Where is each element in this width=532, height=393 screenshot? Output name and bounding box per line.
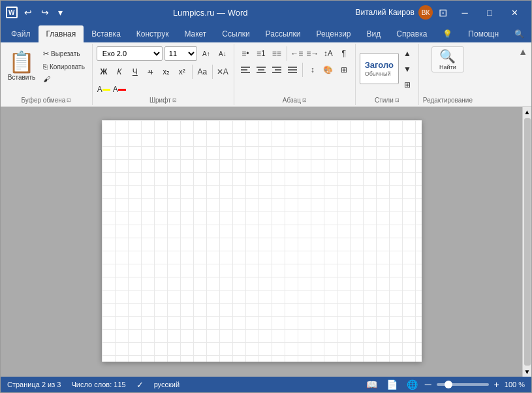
tab-insert[interactable]: Вставка: [84, 25, 129, 42]
numbered-list-button[interactable]: ≡1: [254, 46, 268, 61]
clipboard-expand-icon[interactable]: ⊡: [67, 97, 71, 103]
clipboard-group-label: Буфер обмена ⊡: [5, 97, 88, 105]
paste-icon: 📋: [8, 52, 35, 72]
vertical-scrollbar[interactable]: ▲ ▼: [522, 107, 531, 377]
user-info: Виталий Каиров ВК: [355, 5, 433, 20]
styles-scroll-down-button[interactable]: ▼: [400, 62, 415, 76]
size-down-button[interactable]: A↓: [215, 46, 230, 61]
align-right-button[interactable]: [270, 63, 284, 77]
font-name-select[interactable]: Exo 2.0: [97, 46, 163, 61]
font-color-row: А А: [97, 82, 127, 97]
ribbon-view-button[interactable]: ⊡: [435, 5, 450, 20]
clear-format-button[interactable]: ✕A: [215, 65, 230, 79]
styles-scroll-up-button[interactable]: ▲: [400, 46, 415, 61]
font-expand-icon[interactable]: ⊡: [172, 97, 177, 103]
tab-mailings[interactable]: Рассылки: [258, 25, 309, 42]
tab-search-icon[interactable]: 💡: [435, 25, 460, 42]
strikethrough-button[interactable]: ч̶: [144, 65, 158, 79]
title-bar: W ↩ ↪ ▾ Lumpics.ru — Word Виталий Каиров…: [1, 1, 531, 24]
zoom-out-button[interactable]: ─: [425, 379, 431, 390]
ribbon-collapse-button[interactable]: ▲: [518, 46, 527, 57]
paragraph-expand-icon[interactable]: ⊡: [302, 97, 307, 103]
shading-button[interactable]: 🎨: [321, 63, 336, 77]
minimize-button[interactable]: ─: [453, 3, 477, 22]
find-replace-button[interactable]: 🔍 Найти: [431, 46, 464, 72]
paragraph-group-label: Абзац ⊡: [238, 97, 351, 105]
line-spacing-button[interactable]: ↕: [305, 63, 320, 77]
font-color-button[interactable]: А: [112, 82, 127, 97]
zoom-slider[interactable]: [437, 383, 489, 386]
size-up-button[interactable]: A↑: [199, 46, 213, 61]
multilevel-list-button[interactable]: ≡≡: [270, 46, 284, 61]
styles-preview[interactable]: Заголо Обычный: [360, 53, 399, 84]
tab-find-icon[interactable]: 🔍: [507, 25, 532, 42]
border-button[interactable]: ⊞: [337, 63, 351, 77]
italic-button[interactable]: К: [112, 65, 127, 79]
tab-layout[interactable]: Макет: [176, 25, 214, 42]
styles-group-label: Стили ⊡: [360, 97, 415, 105]
justify-button[interactable]: [285, 63, 300, 77]
title-text: Lumpics.ru — Word: [173, 8, 248, 18]
maximize-button[interactable]: □: [478, 3, 501, 22]
app-window: W ↩ ↪ ▾ Lumpics.ru — Word Виталий Каиров…: [0, 0, 532, 393]
styles-expand-button[interactable]: ⊞: [400, 78, 415, 92]
font-group: Exo 2.0 11 A↑ A↓ Ж К Ч ч̶ х₂ х² Аа: [93, 44, 234, 105]
language-status: русский: [154, 381, 180, 388]
tab-file[interactable]: Файл: [3, 25, 39, 42]
read-mode-button[interactable]: 📖: [364, 379, 379, 390]
pilcrow-button[interactable]: ¶: [337, 46, 351, 61]
tab-helper[interactable]: Помощн: [460, 25, 507, 42]
highlight-color-button[interactable]: А: [97, 82, 111, 97]
title-bar-center: Lumpics.ru — Word: [173, 8, 248, 18]
print-layout-button[interactable]: 📄: [384, 379, 399, 390]
bullet-list-button[interactable]: ≡•: [238, 46, 253, 61]
tab-view[interactable]: Вид: [359, 25, 389, 42]
paste-button[interactable]: 📋 Вставить: [5, 46, 39, 86]
font-format-row: Ж К Ч ч̶ х₂ х² Аа ✕A: [97, 65, 230, 79]
spelling-icon: ✓: [136, 380, 144, 390]
indent-decrease-button[interactable]: ←≡: [290, 46, 304, 61]
align-center-button[interactable]: [254, 63, 268, 77]
scrollbar-thumb[interactable]: [524, 118, 531, 366]
bold-button[interactable]: Ж: [97, 65, 111, 79]
case-button[interactable]: Аа: [195, 65, 210, 79]
format-painter-button[interactable]: 🖌: [40, 73, 88, 85]
document-scroll[interactable]: [1, 107, 522, 377]
cut-icon: ✂: [43, 50, 49, 58]
styles-expand-icon[interactable]: ⊡: [395, 97, 399, 103]
underline-button[interactable]: Ч: [128, 65, 142, 79]
title-bar-left: W ↩ ↪ ▾: [6, 6, 65, 19]
align-left-button[interactable]: [238, 63, 253, 77]
window-controls: ─ □ ✕: [453, 3, 526, 22]
page-grid: [102, 120, 422, 362]
document-page[interactable]: [102, 120, 422, 362]
subscript-button[interactable]: х₂: [159, 65, 174, 79]
tab-home[interactable]: Главная: [39, 25, 84, 42]
tab-references[interactable]: Ссылки: [214, 25, 257, 42]
user-avatar: ВК: [418, 5, 433, 20]
scroll-up-button[interactable]: ▲: [523, 107, 531, 117]
cut-button[interactable]: ✂ Вырезать: [40, 48, 88, 60]
font-size-select[interactable]: 11: [164, 46, 197, 61]
zoom-in-button[interactable]: +: [494, 379, 499, 390]
copy-icon: ⎘: [43, 63, 48, 71]
word-count: Число слов: 115: [71, 381, 125, 388]
font-group-top: Exo 2.0 11 A↑ A↓ Ж К Ч ч̶ х₂ х² Аа: [97, 46, 230, 97]
paste-label: Вставить: [8, 74, 35, 81]
undo-button[interactable]: ↩: [22, 6, 35, 19]
redo-button[interactable]: ↪: [39, 6, 52, 19]
scroll-down-button[interactable]: ▼: [523, 367, 531, 377]
quick-access-dropdown[interactable]: ▾: [55, 6, 65, 19]
svg-text:W: W: [8, 9, 15, 16]
tab-design[interactable]: Конструк: [129, 25, 177, 42]
paragraph-group-top: ≡• ≡1 ≡≡ ←≡ ≡→ ↕A ¶: [238, 46, 351, 97]
close-button[interactable]: ✕: [503, 3, 526, 22]
para-align-row: ↕ 🎨 ⊞: [238, 63, 351, 77]
tab-review[interactable]: Рецензир: [308, 25, 358, 42]
tab-help[interactable]: Справка: [388, 25, 435, 42]
indent-increase-button[interactable]: ≡→: [305, 46, 320, 61]
copy-button[interactable]: ⎘ Копировать: [40, 61, 88, 72]
sort-button[interactable]: ↕A: [321, 46, 336, 61]
web-layout-button[interactable]: 🌐: [405, 379, 420, 390]
superscript-button[interactable]: х²: [175, 65, 189, 79]
